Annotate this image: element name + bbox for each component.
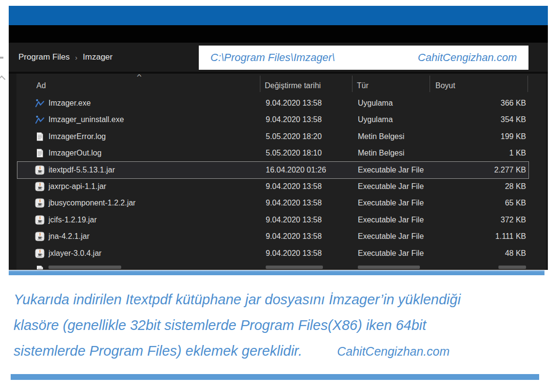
java-jar-icon xyxy=(35,215,45,225)
page: Program Files › Imzager Ad ^ Değiştirme … xyxy=(0,0,560,392)
cropped-nav-arrow-fragment xyxy=(0,57,3,59)
breadcrumb: Program Files › Imzager xyxy=(18,43,112,72)
text-document-icon xyxy=(35,148,45,158)
path-annotation-box: C:\Program Files\Imzager\ CahitCengizhan… xyxy=(198,45,529,71)
file-name: jaxrpc-api-1.1.jar xyxy=(48,178,106,195)
file-name: ImzagerOut.log xyxy=(48,145,101,161)
file-date: 9.04.2020 13:58 xyxy=(266,212,322,228)
file-type: Metin Belgesi xyxy=(358,145,404,161)
file-type: Executable Jar File xyxy=(358,178,424,195)
clipped-file-date xyxy=(266,266,323,269)
file-row[interactable]: itextpdf-5.5.13.1.jar16.04.2020 01:26Exe… xyxy=(17,162,528,178)
folder-path-text: C:\Program Files\Imzager\ xyxy=(210,51,335,64)
file-name: jna-4.2.1.jar xyxy=(48,228,90,245)
caption-line-2: klasöre (genellikle 32bit sistemlerde Pr… xyxy=(14,313,461,338)
breadcrumb-item-imzager[interactable]: Imzager xyxy=(83,52,112,62)
file-size: 1.111 KB xyxy=(443,228,526,245)
java-jar-icon xyxy=(35,249,45,258)
breadcrumb-item-program-files[interactable]: Program Files xyxy=(18,52,70,62)
file-name: jcifs-1.2.19.jar xyxy=(48,212,97,228)
file-name: Imzager.exe xyxy=(48,95,91,111)
watermark-site-text: CahitCengizhan.com xyxy=(337,345,449,358)
column-header-type[interactable]: Tür xyxy=(357,74,368,95)
file-row[interactable]: jbusycomponent-1.2.2.jar9.04.2020 13:58E… xyxy=(17,195,528,211)
file-type: Executable Jar File xyxy=(358,195,424,211)
column-header-name[interactable]: Ad xyxy=(36,74,46,95)
column-divider[interactable] xyxy=(528,76,528,92)
file-row[interactable]: jaxrpc-api-1.1.jar9.04.2020 13:58Executa… xyxy=(17,178,528,195)
window-titlebar[interactable] xyxy=(9,6,548,25)
file-date: 5.05.2020 18:10 xyxy=(266,145,322,161)
column-divider[interactable] xyxy=(352,76,352,92)
file-date: 9.04.2020 13:58 xyxy=(266,111,322,128)
clipped-file-name xyxy=(48,266,121,269)
file-name: jbusycomponent-1.2.2.jar xyxy=(48,195,136,211)
file-type: Executable Jar File xyxy=(358,245,424,262)
cropped-caret-fragment xyxy=(0,76,5,83)
file-size: 65 KB xyxy=(443,195,526,211)
file-list-panel: Ad ^ Değiştirme tarihi Tür Boyut Imzager… xyxy=(16,74,546,270)
file-row[interactable]: jcifs-1.2.19.jar9.04.2020 13:58Executabl… xyxy=(17,212,528,228)
file-name: ImzagerError.log xyxy=(48,128,106,145)
caption-line-3: sistemlerde Program Files) eklemek gerek… xyxy=(14,338,461,364)
file-type: Executable Jar File xyxy=(358,162,424,178)
separator-bar-top xyxy=(9,270,544,275)
file-date: 9.04.2020 13:58 xyxy=(266,245,322,262)
file-row[interactable]: Imzager_uninstall.exe9.04.2020 13:58Uygu… xyxy=(17,111,528,128)
file-date: 5.05.2020 18:20 xyxy=(266,128,322,145)
text-document-icon xyxy=(35,132,45,141)
file-name: itextpdf-5.5.13.1.jar xyxy=(48,162,115,178)
file-row[interactable]: jna-4.2.1.jar9.04.2020 13:58Executable J… xyxy=(17,228,528,245)
file-type: Executable Jar File xyxy=(358,228,424,245)
clipped-file-type xyxy=(358,266,420,269)
file-date: 9.04.2020 13:58 xyxy=(266,195,322,211)
file-date: 9.04.2020 13:58 xyxy=(266,178,322,195)
caption-text: Yukarıda indirilen Itextpdf kütüphane ja… xyxy=(14,287,461,364)
file-type: Uygulama xyxy=(358,111,393,128)
column-header-size[interactable]: Boyut xyxy=(435,74,455,95)
caption-line-1: Yukarıda indirilen Itextpdf kütüphane ja… xyxy=(14,287,461,313)
file-date: 9.04.2020 13:58 xyxy=(266,95,322,111)
toolbar-band xyxy=(9,25,548,43)
java-jar-icon xyxy=(35,182,45,191)
file-type: Metin Belgesi xyxy=(358,128,404,145)
file-size: 199 KB xyxy=(443,128,526,145)
java-jar-icon xyxy=(35,198,45,208)
file-row[interactable]: Imzager.exe9.04.2020 13:58Uygulama366 KB xyxy=(17,95,528,111)
application-icon xyxy=(35,115,45,125)
text-document-icon xyxy=(35,265,45,269)
file-row[interactable]: ImzagerOut.log5.05.2020 18:10Metin Belge… xyxy=(17,145,528,161)
sort-ascending-icon: ^ xyxy=(137,74,141,80)
java-jar-icon xyxy=(35,165,45,175)
column-divider[interactable] xyxy=(430,76,430,92)
file-date: 9.04.2020 13:58 xyxy=(266,228,322,245)
file-row[interactable]: jxlayer-3.0.4.jar9.04.2020 13:58Executab… xyxy=(17,245,528,262)
file-size: 366 KB xyxy=(443,95,526,111)
java-jar-icon xyxy=(35,232,45,241)
file-name: jxlayer-3.0.4.jar xyxy=(48,245,101,262)
file-name: Imzager_uninstall.exe xyxy=(48,111,124,128)
file-size: 1 KB xyxy=(443,145,526,161)
file-size: 28 KB xyxy=(443,178,526,195)
file-type: Uygulama xyxy=(358,95,393,111)
clipped-file-size xyxy=(498,266,526,269)
file-size: 354 KB xyxy=(443,111,526,128)
file-size: 48 KB xyxy=(443,245,526,262)
file-date: 16.04.2020 01:26 xyxy=(266,162,326,178)
file-size: 2.277 KB xyxy=(443,162,526,178)
file-row[interactable] xyxy=(17,262,528,269)
file-row[interactable]: ImzagerError.log5.05.2020 18:20Metin Bel… xyxy=(17,128,528,145)
file-type: Executable Jar File xyxy=(358,212,424,228)
caption-line-3-text: sistemlerde Program Files) eklemek gerek… xyxy=(14,343,302,359)
column-divider[interactable] xyxy=(260,76,260,92)
breadcrumb-chevron-icon: › xyxy=(75,53,78,62)
file-size: 372 KB xyxy=(443,212,526,228)
column-header-date[interactable]: Değiştirme tarihi xyxy=(265,74,321,95)
application-icon xyxy=(35,98,45,108)
watermark-site-text: CahitCengizhan.com xyxy=(418,51,517,64)
separator-bar-bottom xyxy=(11,374,539,380)
